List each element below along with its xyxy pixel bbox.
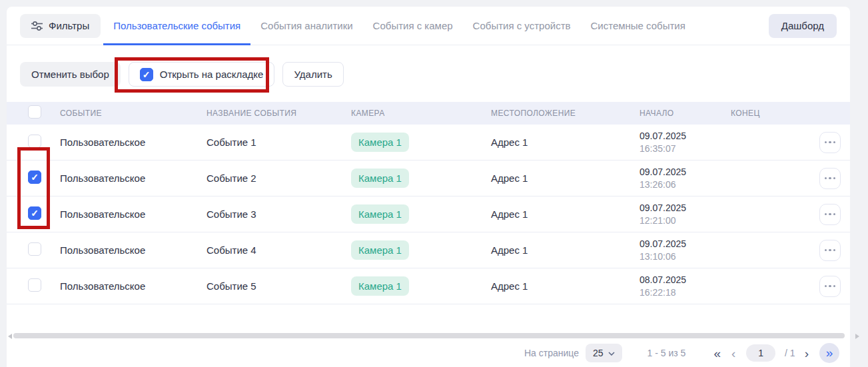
open-on-layout-button[interactable]: Открыть на раскладке — [129, 62, 275, 87]
header-event: СОБЫТИЕ — [60, 109, 207, 118]
cancel-selection-button[interactable]: Отменить выбор — [20, 62, 121, 87]
event-name-cell: Событие 1 — [207, 137, 351, 148]
table-header-row: СОБЫТИЕ НАЗВАНИЕ СОБЫТИЯ КАМЕРА МЕСТОПОЛ… — [7, 102, 850, 125]
table-row[interactable]: Пользовательское Событие 3 Камера 1 Адре… — [7, 196, 850, 232]
camera-badge[interactable]: Камера 1 — [351, 240, 409, 260]
row-checkbox[interactable] — [28, 242, 41, 256]
current-page-input[interactable]: 1 — [746, 344, 775, 362]
table-row[interactable]: Пользовательское Событие 2 Камера 1 Адре… — [7, 161, 850, 196]
page-nav: « ‹ 1 / 1 › » — [713, 343, 839, 363]
tab-2[interactable]: События аналитики — [250, 7, 362, 45]
row-actions-button[interactable] — [819, 168, 841, 189]
header-location: МЕСТОПОЛОЖЕНИЕ — [491, 109, 640, 118]
tab-5[interactable]: Системные события — [580, 7, 695, 45]
pagination-bar: На странице 25 1 - 5 из 5 « ‹ 1 / 1 › » — [7, 342, 850, 364]
per-page-value: 25 — [593, 348, 604, 358]
header-start: НАЧАЛО — [640, 109, 731, 118]
ellipsis-icon — [825, 177, 827, 180]
row-actions-button[interactable] — [819, 204, 841, 225]
start-cell: 09.07.2025 12:21:00 — [640, 202, 731, 226]
per-page-select[interactable]: 25 — [586, 344, 622, 362]
events-table: СОБЫТИЕ НАЗВАНИЕ СОБЫТИЯ КАМЕРА МЕСТОПОЛ… — [7, 102, 850, 304]
camera-badge[interactable]: Камера 1 — [351, 133, 409, 152]
location-cell: Адрес 1 — [491, 208, 640, 220]
last-page-button[interactable]: » — [819, 343, 839, 363]
select-all-checkbox[interactable] — [28, 105, 41, 119]
event-type-cell: Пользовательское — [60, 208, 207, 220]
first-page-icon[interactable]: « — [713, 347, 721, 360]
table-row[interactable]: Пользовательское Событие 5 Камера 1 Адре… — [7, 268, 850, 304]
next-page-icon[interactable]: › — [805, 347, 809, 360]
start-time: 16:22:18 — [640, 286, 731, 298]
horizontal-scrollbar-thumb[interactable] — [13, 333, 845, 338]
ellipsis-icon — [825, 249, 827, 252]
tabs: Пользовательские событияСобытия аналитик… — [103, 7, 695, 45]
open-on-layout-label: Открыть на раскладке — [160, 69, 264, 80]
event-name-cell: Событие 3 — [207, 208, 351, 220]
start-cell: 09.07.2025 13:26:06 — [640, 166, 731, 190]
tab-1[interactable]: Пользовательские события — [103, 7, 250, 45]
ellipsis-icon — [825, 285, 827, 288]
event-type-cell: Пользовательское — [60, 280, 207, 292]
event-type-cell: Пользовательское — [60, 137, 207, 148]
prev-page-icon[interactable]: ‹ — [731, 347, 735, 360]
open-on-layout-checkbox[interactable] — [140, 68, 153, 81]
start-date: 08.07.2025 — [640, 274, 731, 286]
start-date: 09.07.2025 — [640, 166, 731, 179]
header-end: КОНЕЦ — [731, 109, 810, 118]
filters-button[interactable]: Фильтры — [20, 14, 101, 38]
delete-button[interactable]: Удалить — [282, 62, 343, 87]
scroll-right-arrow-icon[interactable] — [855, 334, 859, 339]
event-name-cell: Событие 2 — [207, 173, 351, 184]
header-event-name: НАЗВАНИЕ СОБЫТИЯ — [207, 109, 351, 118]
start-cell: 09.07.2025 13:10:06 — [640, 238, 731, 262]
row-actions-button[interactable] — [819, 276, 841, 297]
scroll-left-arrow-icon[interactable] — [8, 334, 12, 339]
row-checkbox[interactable] — [28, 278, 41, 292]
location-cell: Адрес 1 — [491, 280, 640, 292]
start-cell: 08.07.2025 16:22:18 — [640, 274, 731, 298]
start-date: 09.07.2025 — [640, 202, 731, 214]
start-time: 12:21:00 — [640, 214, 731, 226]
table-body: Пользовательское Событие 1 Камера 1 Адре… — [7, 125, 850, 304]
ellipsis-icon — [825, 141, 827, 144]
table-row[interactable]: Пользовательское Событие 4 Камера 1 Адре… — [7, 232, 850, 268]
start-date: 09.07.2025 — [640, 130, 731, 143]
row-checkbox[interactable] — [28, 171, 41, 184]
location-cell: Адрес 1 — [491, 137, 640, 148]
row-actions-button[interactable] — [819, 240, 841, 261]
camera-badge[interactable]: Камера 1 — [351, 204, 409, 224]
start-cell: 09.07.2025 16:35:07 — [640, 130, 731, 155]
tab-3[interactable]: События с камер — [363, 7, 463, 45]
row-checkbox[interactable] — [28, 135, 41, 148]
action-bar: Отменить выбор Открыть на раскладке Удал… — [20, 62, 837, 87]
tab-bar: Фильтры Пользовательские событияСобытия … — [7, 7, 850, 45]
total-pages-label: / 1 — [785, 348, 795, 358]
dashboard-button[interactable]: Дашборд — [769, 14, 837, 38]
start-date: 09.07.2025 — [640, 238, 731, 250]
event-name-cell: Событие 5 — [207, 280, 351, 292]
chevron-down-icon — [608, 352, 615, 356]
event-type-cell: Пользовательское — [60, 173, 207, 184]
filters-button-label: Фильтры — [49, 20, 89, 31]
tab-4[interactable]: События с устройств — [463, 7, 581, 45]
location-cell: Адрес 1 — [491, 244, 640, 256]
event-name-cell: Событие 4 — [207, 244, 351, 256]
per-page-label: На странице — [524, 348, 579, 358]
filters-sliders-icon — [31, 21, 43, 31]
row-actions-button[interactable] — [819, 132, 841, 153]
header-camera: КАМЕРА — [351, 109, 491, 118]
table-row[interactable]: Пользовательское Событие 1 Камера 1 Адре… — [7, 125, 850, 161]
camera-badge[interactable]: Камера 1 — [351, 276, 409, 296]
location-cell: Адрес 1 — [491, 173, 640, 184]
event-type-cell: Пользовательское — [60, 244, 207, 256]
start-time: 13:26:06 — [640, 179, 731, 190]
range-label: 1 - 5 из 5 — [648, 348, 686, 358]
row-checkbox[interactable] — [28, 206, 41, 220]
events-card: Фильтры Пользовательские событияСобытия … — [7, 7, 850, 367]
start-time: 13:10:06 — [640, 250, 731, 262]
camera-badge[interactable]: Камера 1 — [351, 169, 409, 188]
ellipsis-icon — [825, 213, 827, 216]
start-time: 16:35:07 — [640, 143, 731, 155]
